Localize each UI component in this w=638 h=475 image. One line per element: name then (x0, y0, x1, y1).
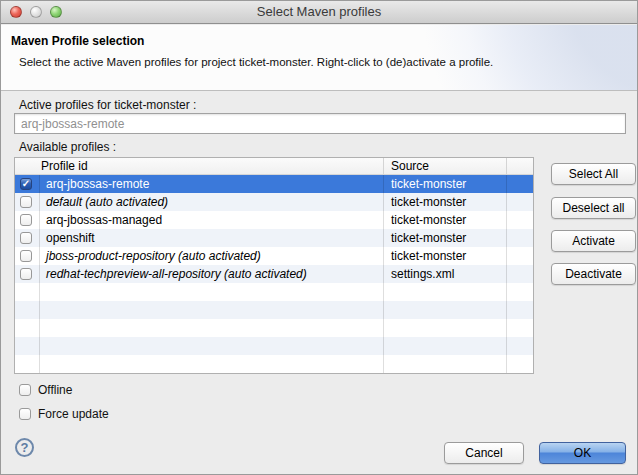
table-row[interactable]: arq-jbossas-managedticket-monster (15, 211, 533, 229)
source-cell (384, 355, 507, 373)
deactivate-button[interactable]: Deactivate (551, 263, 636, 285)
profile-id-cell: default (auto activated) (40, 193, 384, 211)
extra-cell (507, 247, 533, 265)
table-row[interactable]: redhat-techpreview-all-repository (auto … (15, 265, 533, 283)
select-all-button[interactable]: Select All (551, 163, 636, 185)
profile-checkbox[interactable] (20, 250, 32, 262)
table-empty-row[interactable] (15, 337, 533, 355)
checkbox-cell (15, 373, 40, 374)
profile-id-cell: redhat-techpreview-all-repository (auto … (40, 265, 384, 283)
profile-id-cell (40, 355, 384, 373)
table-row[interactable]: jboss-product-repository (auto activated… (15, 247, 533, 265)
profile-id-cell (40, 337, 384, 355)
extra-cell (507, 229, 533, 247)
profile-checkbox[interactable] (20, 196, 32, 208)
profile-id-cell: arq-jbossas-managed (40, 211, 384, 229)
profile-id-cell (40, 301, 384, 319)
extra-cell (507, 337, 533, 355)
extra-cell (507, 175, 533, 193)
extra-cell (507, 301, 533, 319)
extra-column-header (507, 158, 533, 174)
table-empty-row[interactable] (15, 283, 533, 301)
profile-id-cell: openshift (40, 229, 384, 247)
minimize-icon[interactable] (30, 6, 42, 18)
table-row[interactable]: default (auto activated)ticket-monster (15, 193, 533, 211)
extra-cell (507, 283, 533, 301)
extra-cell (507, 373, 533, 374)
checkbox-cell (15, 247, 40, 265)
profile-id-column-header: Profile id (40, 158, 384, 174)
dialog-banner: Maven Profile selection Select the activ… (1, 25, 637, 91)
extra-cell (507, 193, 533, 211)
table-empty-row[interactable] (15, 301, 533, 319)
profile-checkbox[interactable] (20, 232, 32, 244)
select-maven-profiles-dialog: Select Maven profiles Maven Profile sele… (0, 0, 638, 475)
banner-description: Select the active Maven profiles for pro… (19, 56, 493, 68)
deselect-all-button[interactable]: Deselect all (551, 197, 636, 219)
available-profiles-label: Available profiles : (19, 140, 116, 154)
extra-cell (507, 355, 533, 373)
source-cell (384, 283, 507, 301)
checkbox-cell (15, 193, 40, 211)
profile-id-cell (40, 319, 384, 337)
close-icon[interactable] (10, 6, 22, 18)
traffic-lights (10, 6, 62, 18)
profile-id-cell (40, 283, 384, 301)
source-cell: ticket-monster (384, 247, 507, 265)
source-cell: ticket-monster (384, 211, 507, 229)
offline-checkbox[interactable] (19, 384, 31, 396)
checkbox-cell (15, 175, 40, 193)
force-update-label: Force update (38, 407, 109, 421)
source-cell (384, 373, 507, 374)
extra-cell (507, 211, 533, 229)
profile-checkbox[interactable] (20, 214, 32, 226)
table-empty-row[interactable] (15, 355, 533, 373)
source-cell (384, 319, 507, 337)
extra-cell (507, 319, 533, 337)
profile-id-cell: jboss-product-repository (auto activated… (40, 247, 384, 265)
table-empty-row[interactable] (15, 373, 533, 374)
checkbox-cell (15, 337, 40, 355)
table-row[interactable]: arq-jbossas-remoteticket-monster (15, 175, 533, 193)
zoom-icon[interactable] (50, 6, 62, 18)
profiles-table[interactable]: Profile id Source arq-jbossas-remotetick… (14, 157, 534, 374)
checkbox-cell (15, 301, 40, 319)
ok-button[interactable]: OK (539, 442, 626, 464)
active-profiles-label: Active profiles for ticket-monster : (19, 98, 196, 112)
source-column-header: Source (384, 158, 507, 174)
active-profiles-input[interactable] (14, 113, 626, 134)
profile-id-cell: arq-jbossas-remote (40, 175, 384, 193)
source-cell: ticket-monster (384, 193, 507, 211)
checkbox-cell (15, 265, 40, 283)
force-update-option: Force update (19, 407, 109, 421)
source-cell (384, 301, 507, 319)
table-empty-row[interactable] (15, 319, 533, 337)
source-cell: ticket-monster (384, 229, 507, 247)
checkbox-cell (15, 211, 40, 229)
checkbox-column-header (15, 158, 40, 174)
profile-checkbox-checked[interactable] (20, 178, 32, 190)
profiles-table-body: arq-jbossas-remoteticket-monsterdefault … (15, 175, 533, 374)
checkbox-cell (15, 229, 40, 247)
title-bar[interactable]: Select Maven profiles (1, 1, 637, 24)
cancel-button[interactable]: Cancel (444, 442, 524, 464)
force-update-checkbox[interactable] (19, 408, 31, 420)
source-cell: ticket-monster (384, 175, 507, 193)
activate-button[interactable]: Activate (551, 230, 636, 252)
offline-option: Offline (19, 383, 72, 397)
source-cell (384, 337, 507, 355)
offline-label: Offline (38, 383, 72, 397)
window-title: Select Maven profiles (1, 1, 637, 23)
checkbox-cell (15, 283, 40, 301)
checkbox-cell (15, 355, 40, 373)
extra-cell (507, 265, 533, 283)
banner-title: Maven Profile selection (11, 34, 144, 48)
profile-id-cell (40, 373, 384, 374)
profile-checkbox[interactable] (20, 268, 32, 280)
source-cell: settings.xml (384, 265, 507, 283)
profiles-table-header: Profile id Source (15, 158, 533, 175)
help-icon[interactable]: ? (15, 438, 34, 457)
table-row[interactable]: openshiftticket-monster (15, 229, 533, 247)
checkbox-cell (15, 319, 40, 337)
